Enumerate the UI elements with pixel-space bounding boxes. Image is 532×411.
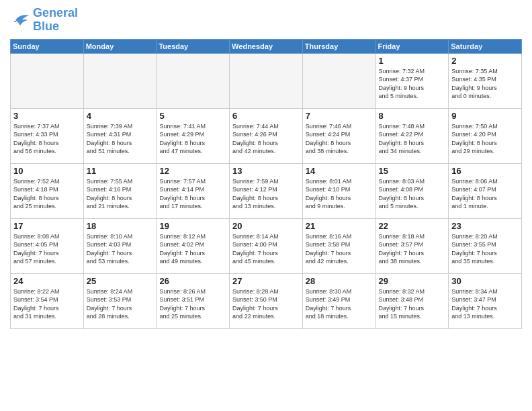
day-number: 9: [451, 111, 519, 121]
day-info: Sunrise: 7:32 AM Sunset: 4:37 PM Dayligh…: [379, 67, 446, 101]
calendar-cell: 19Sunrise: 8:12 AM Sunset: 4:02 PM Dayli…: [157, 218, 230, 273]
day-number: 8: [379, 111, 446, 121]
day-number: 24: [13, 276, 81, 286]
day-info: Sunrise: 7:50 AM Sunset: 4:20 PM Dayligh…: [451, 122, 519, 156]
day-number: 16: [451, 166, 519, 176]
calendar-cell: 25Sunrise: 8:24 AM Sunset: 3:53 PM Dayli…: [83, 273, 157, 328]
day-number: 27: [232, 276, 300, 286]
day-number: 17: [13, 221, 81, 231]
day-info: Sunrise: 8:28 AM Sunset: 3:50 PM Dayligh…: [232, 287, 300, 321]
day-info: Sunrise: 7:55 AM Sunset: 4:16 PM Dayligh…: [87, 177, 154, 211]
day-info: Sunrise: 7:48 AM Sunset: 4:22 PM Dayligh…: [379, 122, 446, 156]
day-info: Sunrise: 8:34 AM Sunset: 3:47 PM Dayligh…: [451, 287, 519, 321]
day-number: 30: [451, 276, 519, 286]
day-info: Sunrise: 8:01 AM Sunset: 4:10 PM Dayligh…: [306, 177, 373, 211]
calendar-cell: 29Sunrise: 8:32 AM Sunset: 3:48 PM Dayli…: [375, 273, 449, 328]
day-number: 26: [159, 276, 226, 286]
calendar-cell: 7Sunrise: 7:46 AM Sunset: 4:24 PM Daylig…: [302, 108, 375, 163]
day-number: 12: [159, 166, 226, 176]
day-info: Sunrise: 7:39 AM Sunset: 4:31 PM Dayligh…: [87, 122, 154, 156]
calendar-cell: 13Sunrise: 7:59 AM Sunset: 4:12 PM Dayli…: [230, 163, 303, 218]
weekday-header: Saturday: [449, 39, 522, 53]
calendar-cell: 2Sunrise: 7:35 AM Sunset: 4:35 PM Daylig…: [449, 53, 522, 108]
calendar-cell: 23Sunrise: 8:20 AM Sunset: 3:55 PM Dayli…: [449, 218, 522, 273]
calendar-cell: 3Sunrise: 7:37 AM Sunset: 4:33 PM Daylig…: [11, 108, 84, 163]
calendar-cell: 8Sunrise: 7:48 AM Sunset: 4:22 PM Daylig…: [375, 108, 449, 163]
calendar-cell: 16Sunrise: 8:06 AM Sunset: 4:07 PM Dayli…: [449, 163, 522, 218]
day-number: 7: [306, 111, 373, 121]
calendar-cell: [230, 53, 303, 108]
calendar-cell: 5Sunrise: 7:41 AM Sunset: 4:29 PM Daylig…: [157, 108, 230, 163]
day-number: 21: [306, 221, 373, 231]
calendar-cell: [302, 53, 375, 108]
calendar-cell: 11Sunrise: 7:55 AM Sunset: 4:16 PM Dayli…: [83, 163, 157, 218]
day-info: Sunrise: 8:22 AM Sunset: 3:54 PM Dayligh…: [13, 287, 81, 321]
calendar-cell: 15Sunrise: 8:03 AM Sunset: 4:08 PM Dayli…: [375, 163, 449, 218]
day-info: Sunrise: 7:37 AM Sunset: 4:33 PM Dayligh…: [13, 122, 81, 156]
day-number: 13: [232, 166, 300, 176]
calendar-cell: [11, 53, 84, 108]
page-container: General Blue SundayMondayTuesdayWednesda…: [0, 0, 532, 411]
day-info: Sunrise: 7:44 AM Sunset: 4:26 PM Dayligh…: [232, 122, 300, 156]
day-info: Sunrise: 8:26 AM Sunset: 3:51 PM Dayligh…: [159, 287, 226, 321]
day-info: Sunrise: 7:57 AM Sunset: 4:14 PM Dayligh…: [159, 177, 226, 211]
day-info: Sunrise: 8:24 AM Sunset: 3:53 PM Dayligh…: [87, 287, 154, 321]
calendar-cell: 18Sunrise: 8:10 AM Sunset: 4:03 PM Dayli…: [83, 218, 157, 273]
day-info: Sunrise: 7:59 AM Sunset: 4:12 PM Dayligh…: [232, 177, 300, 211]
calendar-cell: 17Sunrise: 8:08 AM Sunset: 4:05 PM Dayli…: [11, 218, 84, 273]
calendar-week-row: 17Sunrise: 8:08 AM Sunset: 4:05 PM Dayli…: [11, 218, 522, 273]
day-info: Sunrise: 8:32 AM Sunset: 3:48 PM Dayligh…: [379, 287, 446, 321]
day-number: 10: [13, 166, 81, 176]
calendar-cell: 24Sunrise: 8:22 AM Sunset: 3:54 PM Dayli…: [11, 273, 84, 328]
day-info: Sunrise: 8:14 AM Sunset: 4:00 PM Dayligh…: [232, 232, 300, 266]
calendar-cell: 14Sunrise: 8:01 AM Sunset: 4:10 PM Dayli…: [302, 163, 375, 218]
calendar-cell: [157, 53, 230, 108]
weekday-header: Friday: [375, 39, 449, 53]
calendar-cell: [83, 53, 157, 108]
day-number: 14: [306, 166, 373, 176]
day-number: 6: [232, 111, 300, 121]
day-info: Sunrise: 8:06 AM Sunset: 4:07 PM Dayligh…: [451, 177, 519, 211]
day-info: Sunrise: 8:03 AM Sunset: 4:08 PM Dayligh…: [379, 177, 446, 211]
day-info: Sunrise: 8:20 AM Sunset: 3:55 PM Dayligh…: [451, 232, 519, 266]
weekday-header: Monday: [83, 39, 157, 53]
calendar-cell: 27Sunrise: 8:28 AM Sunset: 3:50 PM Dayli…: [230, 273, 303, 328]
day-info: Sunrise: 8:30 AM Sunset: 3:49 PM Dayligh…: [306, 287, 373, 321]
day-number: 18: [87, 221, 154, 231]
page-header: General Blue: [10, 7, 522, 34]
day-number: 5: [159, 111, 226, 121]
day-number: 23: [451, 221, 519, 231]
calendar-week-row: 24Sunrise: 8:22 AM Sunset: 3:54 PM Dayli…: [11, 273, 522, 328]
day-number: 22: [379, 221, 446, 231]
day-number: 4: [87, 111, 154, 121]
calendar-cell: 21Sunrise: 8:16 AM Sunset: 3:58 PM Dayli…: [302, 218, 375, 273]
day-info: Sunrise: 7:35 AM Sunset: 4:35 PM Dayligh…: [451, 67, 519, 101]
day-number: 11: [87, 166, 154, 176]
day-info: Sunrise: 8:08 AM Sunset: 4:05 PM Dayligh…: [13, 232, 81, 266]
calendar-cell: 4Sunrise: 7:39 AM Sunset: 4:31 PM Daylig…: [83, 108, 157, 163]
calendar-table: SundayMondayTuesdayWednesdayThursdayFrid…: [10, 39, 522, 329]
day-info: Sunrise: 7:41 AM Sunset: 4:29 PM Dayligh…: [159, 122, 226, 156]
day-number: 28: [306, 276, 373, 286]
day-number: 20: [232, 221, 300, 231]
calendar-cell: 10Sunrise: 7:52 AM Sunset: 4:18 PM Dayli…: [11, 163, 84, 218]
calendar-week-row: 10Sunrise: 7:52 AM Sunset: 4:18 PM Dayli…: [11, 163, 522, 218]
weekday-header: Wednesday: [230, 39, 303, 53]
calendar-header-row: SundayMondayTuesdayWednesdayThursdayFrid…: [11, 39, 522, 53]
weekday-header: Thursday: [302, 39, 375, 53]
calendar-week-row: 1Sunrise: 7:32 AM Sunset: 4:37 PM Daylig…: [11, 53, 522, 108]
calendar-week-row: 3Sunrise: 7:37 AM Sunset: 4:33 PM Daylig…: [11, 108, 522, 163]
day-number: 1: [379, 56, 446, 66]
calendar-cell: 28Sunrise: 8:30 AM Sunset: 3:49 PM Dayli…: [302, 273, 375, 328]
day-number: 19: [159, 221, 226, 231]
day-number: 3: [13, 111, 81, 121]
day-info: Sunrise: 7:46 AM Sunset: 4:24 PM Dayligh…: [306, 122, 373, 156]
day-info: Sunrise: 8:18 AM Sunset: 3:57 PM Dayligh…: [379, 232, 446, 266]
day-number: 15: [379, 166, 446, 176]
day-info: Sunrise: 7:52 AM Sunset: 4:18 PM Dayligh…: [13, 177, 81, 211]
calendar-cell: 12Sunrise: 7:57 AM Sunset: 4:14 PM Dayli…: [157, 163, 230, 218]
day-info: Sunrise: 8:12 AM Sunset: 4:02 PM Dayligh…: [159, 232, 226, 266]
day-number: 29: [379, 276, 446, 286]
weekday-header: Tuesday: [157, 39, 230, 53]
calendar-cell: 9Sunrise: 7:50 AM Sunset: 4:20 PM Daylig…: [449, 108, 522, 163]
